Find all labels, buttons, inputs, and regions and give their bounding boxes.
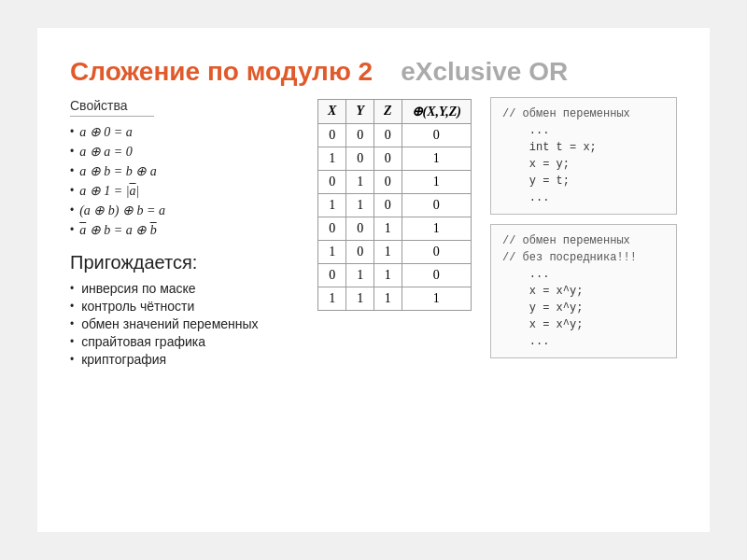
- cell-r6-c0: 0: [318, 263, 346, 287]
- cell-r1-c3: 1: [402, 147, 471, 170]
- cell-r3-c0: 1: [318, 193, 346, 217]
- table-row: 1111: [318, 287, 472, 310]
- prop-item-4: a ⊕ 1 = |a|: [70, 183, 299, 199]
- cell-r0-c0: 0: [318, 123, 346, 147]
- table-row: 0101: [318, 170, 472, 193]
- cell-r3-c3: 0: [402, 193, 471, 217]
- prigodaetsya-list: инверсия по маске контроль чётности обме…: [70, 281, 299, 367]
- cell-r1-c2: 0: [374, 147, 402, 170]
- cell-r7-c3: 1: [402, 287, 471, 310]
- prop-item-6: a ⊕ b = a ⊕ b: [70, 222, 299, 238]
- main-title: Сложение по модулю 2: [70, 56, 373, 88]
- table-row: 0011: [318, 217, 472, 240]
- properties-label: Свойства: [70, 98, 154, 117]
- col-y: Y: [346, 99, 374, 123]
- cell-r6-c1: 1: [346, 263, 374, 287]
- cell-r7-c2: 1: [374, 287, 402, 310]
- cell-r5-c1: 0: [346, 240, 374, 263]
- col-x: X: [318, 99, 346, 123]
- table-row: 0000: [318, 123, 472, 147]
- code-box-2: // обмен переменных // без посредника!!!…: [490, 224, 677, 358]
- prig-item-5: криптография: [70, 352, 299, 367]
- cell-r2-c2: 0: [374, 170, 402, 193]
- cell-r2-c0: 0: [318, 170, 346, 193]
- cell-r5-c3: 0: [402, 240, 471, 263]
- code-box-1: // обмен переменных ... int t = x; x = y…: [490, 97, 677, 215]
- bottom-section: Пригождается: инверсия по маске контроль…: [70, 252, 299, 367]
- subtitle: eXclusive OR: [401, 56, 568, 88]
- cell-r5-c0: 1: [318, 240, 346, 263]
- cell-r6-c3: 0: [402, 263, 471, 287]
- cell-r6-c2: 1: [374, 263, 402, 287]
- truth-table: X Y Z ⊕(X,Y,Z) 0000100101011100001110100…: [317, 99, 472, 311]
- cell-r4-c3: 1: [402, 217, 471, 240]
- prop-item-5: (a ⊕ b) ⊕ b = a: [70, 203, 299, 218]
- col-xor: ⊕(X,Y,Z): [402, 99, 471, 123]
- cell-r4-c1: 0: [346, 217, 374, 240]
- properties-section: Свойства a ⊕ 0 = a a ⊕ a = 0 a ⊕ b = b ⊕…: [70, 97, 299, 238]
- cell-r4-c0: 0: [318, 217, 346, 240]
- cell-r5-c2: 1: [374, 240, 402, 263]
- prig-item-4: спрайтовая графика: [70, 334, 299, 349]
- cell-r4-c2: 1: [374, 217, 402, 240]
- prop-item-3: a ⊕ b = b ⊕ a: [70, 163, 299, 179]
- prop-item-1: a ⊕ 0 = a: [70, 124, 299, 140]
- col-z: Z: [374, 99, 402, 123]
- middle-panel: X Y Z ⊕(X,Y,Z) 0000100101011100001110100…: [317, 97, 472, 370]
- table-row: 1100: [318, 193, 472, 217]
- right-panel: // обмен переменных ... int t = x; x = y…: [490, 97, 677, 370]
- table-row: 0110: [318, 263, 472, 287]
- prig-item-1: инверсия по маске: [70, 281, 299, 296]
- prigodaetsya-title: Пригождается:: [70, 252, 299, 273]
- prig-item-2: контроль чётности: [70, 299, 299, 314]
- left-panel: Свойства a ⊕ 0 = a a ⊕ a = 0 a ⊕ b = b ⊕…: [70, 97, 299, 370]
- cell-r1-c0: 1: [318, 147, 346, 170]
- cell-r0-c3: 0: [402, 123, 471, 147]
- prig-item-3: обмен значений переменных: [70, 316, 299, 331]
- prop-item-2: a ⊕ a = 0: [70, 144, 299, 160]
- cell-r2-c1: 1: [346, 170, 374, 193]
- table-row: 1010: [318, 240, 472, 263]
- properties-list: a ⊕ 0 = a a ⊕ a = 0 a ⊕ b = b ⊕ a a ⊕ 1 …: [70, 124, 299, 238]
- cell-r7-c1: 1: [346, 287, 374, 310]
- cell-r7-c0: 1: [318, 287, 346, 310]
- title-row: Сложение по модулю 2 eXclusive OR: [70, 56, 677, 88]
- slide-inner: Сложение по модулю 2 eXclusive OR Свойст…: [37, 28, 710, 532]
- slide: Сложение по модулю 2 eXclusive OR Свойст…: [0, 0, 747, 560]
- cell-r3-c1: 1: [346, 193, 374, 217]
- table-row: 1001: [318, 147, 472, 170]
- cell-r0-c2: 0: [374, 123, 402, 147]
- cell-r3-c2: 0: [374, 193, 402, 217]
- cell-r2-c3: 1: [402, 170, 471, 193]
- cell-r1-c1: 0: [346, 147, 374, 170]
- content-area: Свойства a ⊕ 0 = a a ⊕ a = 0 a ⊕ b = b ⊕…: [70, 97, 677, 370]
- cell-r0-c1: 0: [346, 123, 374, 147]
